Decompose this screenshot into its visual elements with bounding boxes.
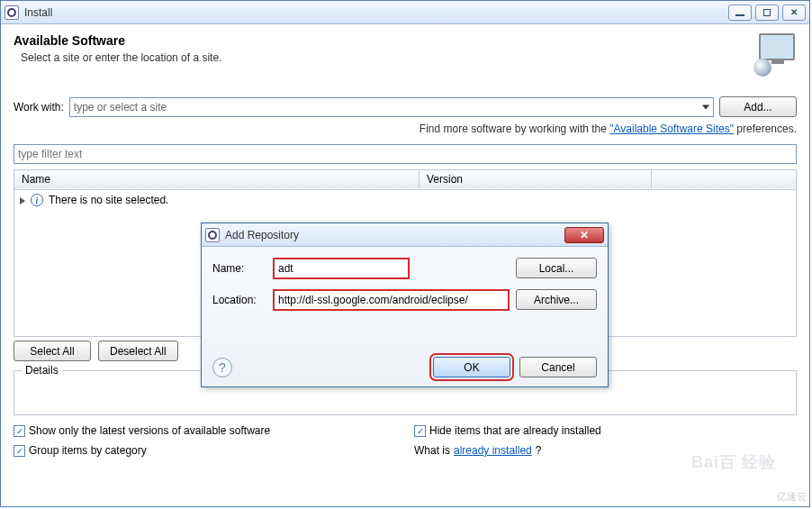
work-with-row: Work with: type or select a site Add... bbox=[1, 89, 809, 117]
page-title: Available Software bbox=[14, 33, 753, 48]
name-field-wrap: adt bbox=[274, 259, 509, 278]
help-icon[interactable]: ? bbox=[212, 358, 232, 377]
checkbox-icon: ✓ bbox=[14, 425, 25, 437]
eclipse-icon bbox=[5, 5, 19, 20]
col-name[interactable]: Name bbox=[14, 170, 420, 189]
check-label: Hide items that are already installed bbox=[429, 424, 601, 437]
cancel-button[interactable]: Cancel bbox=[519, 357, 597, 377]
check-group-category[interactable]: ✓ Group items by category bbox=[14, 444, 396, 457]
work-with-placeholder: type or select a site bbox=[74, 101, 167, 114]
dialog-titlebar: Add Repository ✕ bbox=[202, 223, 608, 247]
titlebar: Install ✕ bbox=[1, 1, 809, 24]
details-legend: Details bbox=[22, 364, 62, 377]
table-header: Name Version bbox=[14, 170, 796, 190]
install-graphic bbox=[753, 33, 797, 77]
empty-message: There is no site selected. bbox=[49, 194, 168, 206]
dialog-close-button[interactable]: ✕ bbox=[564, 227, 604, 243]
hint-row: Find more software by working with the "… bbox=[1, 117, 809, 144]
options-grid: ✓ Show only the latest versions of avail… bbox=[1, 415, 809, 466]
info-icon: i bbox=[31, 194, 43, 206]
select-all-button[interactable]: Select All bbox=[14, 341, 91, 361]
eclipse-icon bbox=[205, 228, 220, 242]
dialog-buttons: OK Cancel bbox=[433, 357, 597, 377]
page-subtitle: Select a site or enter the location of a… bbox=[21, 51, 753, 64]
col-spacer bbox=[652, 170, 796, 189]
already-installed-link[interactable]: already installed bbox=[454, 444, 532, 457]
dialog-body: Name: adt Local... Location: http://dl-s… bbox=[202, 247, 608, 310]
hint-prefix: Find more software by working with the bbox=[420, 123, 609, 135]
maximize-button[interactable] bbox=[755, 5, 779, 21]
check-latest-versions[interactable]: ✓ Show only the latest versions of avail… bbox=[14, 424, 396, 437]
header: Available Software Select a site or ente… bbox=[1, 24, 809, 89]
tree-expand-icon[interactable] bbox=[20, 197, 25, 205]
name-input[interactable]: adt bbox=[274, 259, 409, 278]
checkbox-icon: ✓ bbox=[14, 445, 25, 457]
minimize-button[interactable] bbox=[728, 5, 752, 21]
filter-input[interactable] bbox=[14, 144, 797, 164]
available-sites-link[interactable]: "Available Software Sites" bbox=[609, 123, 734, 135]
add-repository-dialog: Add Repository ✕ Name: adt Local... Loca… bbox=[201, 223, 609, 387]
check-label: Show only the latest versions of availab… bbox=[29, 424, 270, 437]
window-title: Install bbox=[24, 6, 728, 19]
already-installed-row: What is already installed ? bbox=[414, 444, 797, 457]
ok-button[interactable]: OK bbox=[433, 357, 510, 377]
dialog-title: Add Repository bbox=[225, 229, 564, 241]
work-with-combo[interactable]: type or select a site bbox=[69, 97, 714, 117]
close-button[interactable]: ✕ bbox=[782, 5, 806, 21]
text-prefix: What is bbox=[414, 444, 450, 457]
work-with-label: Work with: bbox=[14, 101, 64, 114]
checkbox-icon: ✓ bbox=[414, 425, 426, 437]
location-label: Location: bbox=[212, 294, 266, 306]
name-label: Name: bbox=[212, 262, 266, 275]
check-hide-installed[interactable]: ✓ Hide items that are already installed bbox=[414, 424, 797, 437]
col-version[interactable]: Version bbox=[420, 170, 652, 189]
window-controls: ✕ bbox=[728, 5, 806, 21]
local-button[interactable]: Local... bbox=[516, 258, 597, 278]
chevron-down-icon bbox=[702, 105, 709, 109]
hint-suffix: preferences. bbox=[734, 123, 797, 135]
text-suffix: ? bbox=[536, 444, 542, 457]
add-site-button[interactable]: Add... bbox=[719, 96, 797, 117]
location-input[interactable]: http://dl-ssl.google.com/android/eclipse… bbox=[274, 290, 509, 310]
yisu-watermark: 亿速云 bbox=[777, 490, 807, 504]
deselect-all-button[interactable]: Deselect All bbox=[98, 341, 178, 361]
check-label: Group items by category bbox=[29, 444, 147, 457]
archive-button[interactable]: Archive... bbox=[516, 289, 597, 310]
